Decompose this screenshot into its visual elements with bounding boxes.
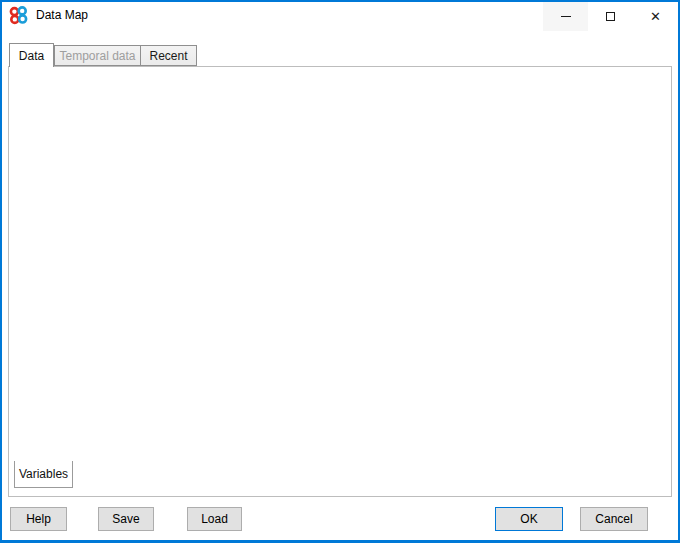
- load-button[interactable]: Load: [187, 507, 242, 531]
- tab-recent[interactable]: Recent: [140, 45, 197, 66]
- tab-temporal-data[interactable]: Temporal data: [54, 45, 141, 66]
- help-button[interactable]: Help: [10, 507, 67, 531]
- close-button[interactable]: ✕: [633, 2, 678, 31]
- tab-variables[interactable]: Variables: [14, 461, 73, 488]
- data-tab-page: [8, 66, 672, 497]
- app-logo-icon: [9, 6, 28, 25]
- tab-data[interactable]: Data: [9, 43, 54, 67]
- maximize-button[interactable]: [588, 2, 633, 31]
- window-title: Data Map: [36, 0, 88, 31]
- maximize-icon: [606, 12, 615, 21]
- minimize-icon: [561, 16, 571, 17]
- data-map-dialog: Data Map ✕ Data Temporal data Recent Cas…: [0, 0, 680, 543]
- close-icon: ✕: [650, 10, 661, 23]
- window-controls: ✕: [543, 2, 678, 31]
- save-button[interactable]: Save: [98, 507, 154, 531]
- title-bar: Data Map ✕: [0, 0, 680, 31]
- cancel-button[interactable]: Cancel: [580, 507, 648, 531]
- minimize-button[interactable]: [543, 2, 588, 31]
- ok-button[interactable]: OK: [495, 507, 563, 531]
